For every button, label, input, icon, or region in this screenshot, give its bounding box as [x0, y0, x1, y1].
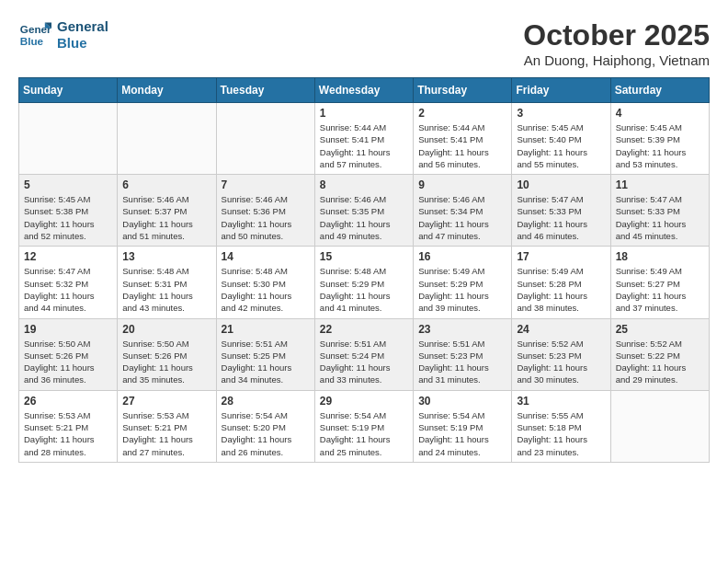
calendar-cell: 3Sunrise: 5:45 AM Sunset: 5:40 PM Daylig… [512, 103, 610, 175]
day-info: Sunrise: 5:52 AM Sunset: 5:22 PM Dayligh… [616, 338, 704, 386]
day-number: 12 [24, 250, 112, 263]
day-info: Sunrise: 5:49 AM Sunset: 5:29 PM Dayligh… [418, 265, 506, 314]
day-number: 31 [517, 395, 605, 408]
day-number: 27 [122, 395, 210, 408]
day-info: Sunrise: 5:51 AM Sunset: 5:25 PM Dayligh… [222, 338, 310, 386]
calendar-cell: 13Sunrise: 5:48 AM Sunset: 5:31 PM Dayli… [118, 247, 216, 318]
day-info: Sunrise: 5:46 AM Sunset: 5:37 PM Dayligh… [122, 193, 210, 242]
logo-icon: General Blue [18, 18, 51, 52]
calendar-cell [19, 103, 118, 175]
day-info: Sunrise: 5:51 AM Sunset: 5:24 PM Dayligh… [320, 338, 408, 386]
day-info: Sunrise: 5:51 AM Sunset: 5:23 PM Dayligh… [418, 338, 506, 386]
calendar-cell: 1Sunrise: 5:44 AM Sunset: 5:41 PM Daylig… [314, 103, 413, 175]
day-info: Sunrise: 5:46 AM Sunset: 5:34 PM Dayligh… [418, 193, 506, 242]
day-number: 24 [517, 323, 605, 336]
day-info: Sunrise: 5:48 AM Sunset: 5:31 PM Dayligh… [122, 265, 210, 314]
calendar-cell: 23Sunrise: 5:51 AM Sunset: 5:23 PM Dayli… [414, 318, 512, 390]
day-info: Sunrise: 5:50 AM Sunset: 5:26 PM Dayligh… [122, 338, 210, 386]
day-number: 3 [517, 107, 605, 120]
calendar-week-row: 5Sunrise: 5:45 AM Sunset: 5:38 PM Daylig… [19, 175, 710, 247]
day-info: Sunrise: 5:46 AM Sunset: 5:36 PM Dayligh… [222, 193, 310, 242]
day-number: 13 [122, 250, 210, 263]
day-info: Sunrise: 5:50 AM Sunset: 5:26 PM Dayligh… [24, 338, 112, 386]
day-number: 28 [222, 395, 310, 408]
logo: General Blue General Blue [18, 18, 108, 52]
calendar-cell: 4Sunrise: 5:45 AM Sunset: 5:39 PM Daylig… [610, 103, 709, 175]
day-info: Sunrise: 5:44 AM Sunset: 5:41 PM Dayligh… [320, 121, 408, 170]
day-info: Sunrise: 5:54 AM Sunset: 5:19 PM Dayligh… [418, 409, 506, 458]
weekday-header-row: SundayMondayTuesdayWednesdayThursdayFrid… [19, 78, 710, 103]
calendar-cell: 28Sunrise: 5:54 AM Sunset: 5:20 PM Dayli… [216, 390, 314, 462]
day-number: 14 [222, 250, 310, 263]
calendar-cell: 18Sunrise: 5:49 AM Sunset: 5:27 PM Dayli… [610, 247, 709, 318]
calendar-cell: 8Sunrise: 5:46 AM Sunset: 5:35 PM Daylig… [314, 175, 413, 247]
day-info: Sunrise: 5:54 AM Sunset: 5:19 PM Dayligh… [320, 409, 408, 458]
day-info: Sunrise: 5:49 AM Sunset: 5:28 PM Dayligh… [517, 265, 605, 314]
calendar-cell [118, 103, 216, 175]
day-number: 6 [122, 178, 210, 191]
day-number: 25 [616, 323, 704, 336]
day-info: Sunrise: 5:45 AM Sunset: 5:38 PM Dayligh… [24, 193, 112, 242]
calendar-cell: 5Sunrise: 5:45 AM Sunset: 5:38 PM Daylig… [19, 175, 118, 247]
calendar-cell [610, 390, 709, 462]
calendar-cell: 10Sunrise: 5:47 AM Sunset: 5:33 PM Dayli… [512, 175, 610, 247]
calendar-cell: 11Sunrise: 5:47 AM Sunset: 5:33 PM Dayli… [610, 175, 709, 247]
page-header: General Blue General Blue October 2025 A… [18, 18, 710, 68]
day-info: Sunrise: 5:48 AM Sunset: 5:29 PM Dayligh… [320, 265, 408, 314]
day-number: 10 [517, 178, 605, 191]
day-info: Sunrise: 5:49 AM Sunset: 5:27 PM Dayligh… [616, 265, 704, 314]
day-number: 18 [616, 250, 704, 263]
weekday-header-wednesday: Wednesday [314, 78, 413, 103]
calendar-week-row: 26Sunrise: 5:53 AM Sunset: 5:21 PM Dayli… [19, 390, 710, 462]
calendar-cell: 20Sunrise: 5:50 AM Sunset: 5:26 PM Dayli… [118, 318, 216, 390]
day-number: 9 [418, 178, 506, 191]
day-info: Sunrise: 5:47 AM Sunset: 5:33 PM Dayligh… [616, 193, 704, 242]
day-number: 22 [320, 323, 408, 336]
day-number: 23 [418, 323, 506, 336]
day-info: Sunrise: 5:52 AM Sunset: 5:23 PM Dayligh… [517, 338, 605, 386]
weekday-header-tuesday: Tuesday [216, 78, 314, 103]
calendar-cell: 27Sunrise: 5:53 AM Sunset: 5:21 PM Dayli… [118, 390, 216, 462]
calendar-subtitle: An Duong, Haiphong, Vietnam [523, 52, 710, 68]
calendar-cell [216, 103, 314, 175]
weekday-header-thursday: Thursday [414, 78, 512, 103]
svg-text:Blue: Blue [20, 35, 44, 47]
calendar-week-row: 19Sunrise: 5:50 AM Sunset: 5:26 PM Dayli… [19, 318, 710, 390]
calendar-cell: 31Sunrise: 5:55 AM Sunset: 5:18 PM Dayli… [512, 390, 610, 462]
calendar-cell: 21Sunrise: 5:51 AM Sunset: 5:25 PM Dayli… [216, 318, 314, 390]
day-info: Sunrise: 5:47 AM Sunset: 5:32 PM Dayligh… [24, 265, 112, 314]
day-number: 20 [122, 323, 210, 336]
day-number: 17 [517, 250, 605, 263]
logo-general-text: General [57, 18, 108, 35]
day-number: 15 [320, 250, 408, 263]
day-info: Sunrise: 5:53 AM Sunset: 5:21 PM Dayligh… [122, 409, 210, 458]
calendar-cell: 22Sunrise: 5:51 AM Sunset: 5:24 PM Dayli… [314, 318, 413, 390]
day-info: Sunrise: 5:54 AM Sunset: 5:20 PM Dayligh… [222, 409, 310, 458]
day-info: Sunrise: 5:48 AM Sunset: 5:30 PM Dayligh… [222, 265, 310, 314]
calendar-cell: 9Sunrise: 5:46 AM Sunset: 5:34 PM Daylig… [414, 175, 512, 247]
day-number: 19 [24, 323, 112, 336]
calendar-week-row: 1Sunrise: 5:44 AM Sunset: 5:41 PM Daylig… [19, 103, 710, 175]
weekday-header-saturday: Saturday [610, 78, 709, 103]
logo-blue-text: Blue [57, 35, 108, 52]
calendar-cell: 29Sunrise: 5:54 AM Sunset: 5:19 PM Dayli… [314, 390, 413, 462]
calendar-title: October 2025 [523, 18, 710, 52]
calendar-cell: 24Sunrise: 5:52 AM Sunset: 5:23 PM Dayli… [512, 318, 610, 390]
calendar-cell: 16Sunrise: 5:49 AM Sunset: 5:29 PM Dayli… [414, 247, 512, 318]
day-number: 29 [320, 395, 408, 408]
calendar-cell: 2Sunrise: 5:44 AM Sunset: 5:41 PM Daylig… [414, 103, 512, 175]
day-info: Sunrise: 5:55 AM Sunset: 5:18 PM Dayligh… [517, 409, 605, 458]
title-section: October 2025 An Duong, Haiphong, Vietnam [523, 18, 710, 68]
calendar-cell: 19Sunrise: 5:50 AM Sunset: 5:26 PM Dayli… [19, 318, 118, 390]
day-number: 1 [320, 107, 408, 120]
calendar-cell: 25Sunrise: 5:52 AM Sunset: 5:22 PM Dayli… [610, 318, 709, 390]
calendar-week-row: 12Sunrise: 5:47 AM Sunset: 5:32 PM Dayli… [19, 247, 710, 318]
day-info: Sunrise: 5:45 AM Sunset: 5:40 PM Dayligh… [517, 121, 605, 170]
calendar-cell: 17Sunrise: 5:49 AM Sunset: 5:28 PM Dayli… [512, 247, 610, 318]
day-number: 16 [418, 250, 506, 263]
calendar-cell: 12Sunrise: 5:47 AM Sunset: 5:32 PM Dayli… [19, 247, 118, 318]
day-number: 11 [616, 178, 704, 191]
day-info: Sunrise: 5:44 AM Sunset: 5:41 PM Dayligh… [418, 121, 506, 170]
calendar-cell: 7Sunrise: 5:46 AM Sunset: 5:36 PM Daylig… [216, 175, 314, 247]
day-number: 7 [222, 178, 310, 191]
